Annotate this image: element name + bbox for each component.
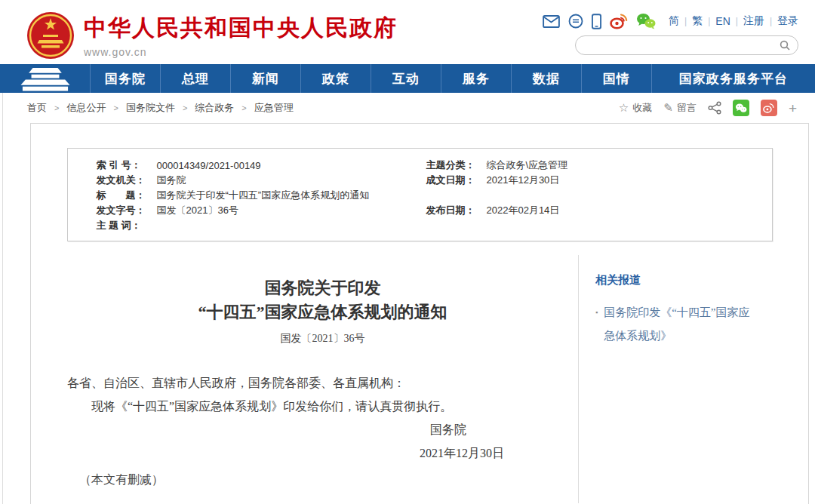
lang-link-english[interactable]: EN [715,15,730,27]
meta-label: 主 题 词： [97,219,151,232]
login-link[interactable]: 登录 [777,14,798,28]
lang-link-simplified[interactable]: 简 [669,14,679,28]
nav-item-premier[interactable]: 总理 [161,64,231,93]
nav-item-news[interactable]: 新闻 [231,64,301,93]
message-label: 留言 [677,101,697,115]
weibo-icon[interactable] [610,13,628,29]
signature-date: 2021年12月30日 [67,441,578,465]
nav-item-services[interactable]: 服务 [441,64,512,93]
meta-label: 成文日期： [426,174,481,187]
meta-label: 发布日期： [426,204,481,217]
lang-link-traditional[interactable]: 繁 [692,14,703,28]
meta-value: 000014349/2021-00149 [157,160,261,171]
breadcrumb-separator: > [113,103,118,112]
breadcrumb: 首页 > 信息公开 > 国务院文件 > 综合政务 > 应急管理 [27,101,294,115]
document-body: 各省、自治区、直辖市人民政府，国务院各部委、各直属机构： 现将《“十四五”国家应… [67,371,578,491]
salutation-paragraph: 各省、自治区、直辖市人民政府，国务院各部委、各直属机构： [67,371,578,395]
site-brand: 中华人民共和国中央人民政府 www.gov.cn [26,0,398,64]
separator: | [770,16,772,26]
separator: | [684,16,687,26]
document-title: 国务院关于印发 “十四五”国家应急体系规划的通知 [67,276,578,324]
message-bubble-icon[interactable] [568,14,583,29]
meta-value: 国务院 [157,174,186,187]
main-nav: 国务院 总理 新闻 政策 互动 服务 数据 国情 国家政务服务平台 [0,64,815,93]
site-header: 中华人民共和国中央人民政府 www.gov.cn [0,0,815,64]
document-note: （本文有删减） [67,468,578,491]
share-weibo-button[interactable] [761,100,777,116]
related-reports-sidebar: 相关报道 ▪ 国务院印发《“十四五”国家应急体系规划》 [578,255,808,503]
header-icon-row: 简 | 繁 | EN | 注册 | 登录 [543,12,798,30]
mobile-icon[interactable] [592,14,601,29]
document-number: 国发〔2021〕36号 [67,332,578,346]
meta-label: 索 引 号： [97,158,151,172]
more-actions-button[interactable]: + [789,101,797,115]
meta-row-index-number: 索 引 号： 000014349/2021-00149 [97,158,426,173]
signature-name: 国务院 [67,418,578,441]
site-url: www.gov.cn [84,46,398,58]
meta-label: 发文字号： [97,204,151,217]
meta-value: 2022年02月14日 [487,204,560,217]
wechat-icon[interactable] [636,13,656,29]
page-actions: ☆ 收藏 ✎ 留言 [619,100,797,116]
site-title: 中华人民共和国中央人民政府 [84,13,398,44]
nav-item-interaction[interactable]: 互动 [371,64,441,93]
page-body: 首页 > 信息公开 > 国务院文件 > 综合政务 > 应急管理 ☆ 收藏 ✎ 留… [2,93,815,504]
header-right: 简 | 繁 | EN | 注册 | 登录 [543,0,798,64]
article-wrap: 国务院关于印发 “十四五”国家应急体系规划的通知 国发〔2021〕36号 各省、… [31,255,808,503]
meta-row-subject-category: 主题分类： 综合政务\应急管理 [426,158,772,173]
favorite-button[interactable]: ☆ 收藏 [619,101,652,115]
meta-row-written-date: 成文日期： 2021年12月30日 [426,173,772,188]
breadcrumb-home[interactable]: 首页 [27,101,47,115]
share-wechat-button[interactable] [733,100,749,116]
home-tiananmen-icon[interactable] [0,64,91,93]
breadcrumb-separator: > [241,103,246,112]
nav-item-national-conditions[interactable]: 国情 [582,64,652,93]
breadcrumb-separator: > [183,103,187,112]
sidebar-list: ▪ 国务院印发《“十四五”国家应急体系规划》 [595,301,793,348]
meta-column-right: 主题分类： 综合政务\应急管理 成文日期： 2021年12月30日 发布日期： … [426,158,772,233]
separator: | [736,16,738,26]
favorite-label: 收藏 [632,101,652,115]
search-input[interactable] [583,40,780,51]
meta-label: 发文机关： [97,174,151,187]
breadcrumb-bar: 首页 > 信息公开 > 国务院文件 > 综合政务 > 应急管理 ☆ 收藏 ✎ 留… [3,93,815,123]
related-report-link[interactable]: ▪ 国务院印发《“十四五”国家应急体系规划》 [595,301,793,348]
meta-row-publish-date: 发布日期： 2022年02月14日 [426,203,772,218]
sidebar-heading: 相关报道 [595,273,793,287]
leave-message-button[interactable]: ✎ 留言 [663,101,697,115]
breadcrumb-info-disclosure[interactable]: 信息公开 [66,101,106,115]
star-icon: ☆ [619,101,629,115]
bullet-icon: ▪ [595,301,598,348]
meta-row-spacer [426,188,772,203]
weibo-badge-icon [763,103,774,113]
meta-row-title: 标 题： 国务院关于印发“十四五”国家应急体系规划的通知 [97,188,426,203]
meta-label: 主题分类： [426,158,481,172]
register-link[interactable]: 注册 [743,14,764,28]
search-icon[interactable] [780,40,790,51]
nav-item-policies[interactable]: 政策 [301,64,371,93]
brand-text: 中华人民共和国中央人民政府 www.gov.cn [84,13,398,58]
breadcrumb-state-council-documents[interactable]: 国务院文件 [126,101,175,115]
breadcrumb-emergency-management[interactable]: 应急管理 [254,101,294,115]
email-icon[interactable] [543,15,560,28]
separator: | [708,16,710,26]
breadcrumb-general-affairs[interactable]: 综合政务 [195,101,234,115]
meta-value: 国发〔2021〕36号 [157,204,238,217]
meta-label: 标 题： [97,189,151,202]
document-article: 国务院关于印发 “十四五”国家应急体系规划的通知 国发〔2021〕36号 各省、… [31,255,578,503]
share-icon [708,101,721,115]
meta-column-left: 索 引 号： 000014349/2021-00149 发文机关： 国务院 标 … [97,158,426,233]
nav-item-state-council[interactable]: 国务院 [91,64,161,93]
nav-item-gov-service-platform[interactable]: 国家政务服务平台 [652,64,815,93]
related-report-text[interactable]: 国务院印发《“十四五”国家应急体系规划》 [604,301,755,348]
document-title-line1: 国务院关于印发 [67,276,578,300]
document-title-line2: “十四五”国家应急体系规划的通知 [67,300,578,324]
pencil-icon: ✎ [663,101,673,115]
share-button[interactable] [708,101,721,115]
meta-row-document-number: 发文字号： 国发〔2021〕36号 [97,203,426,218]
nav-item-data[interactable]: 数据 [512,64,582,93]
breadcrumb-separator: > [54,103,59,112]
document-meta-box: 索 引 号： 000014349/2021-00149 发文机关： 国务院 标 … [67,148,773,241]
wechat-badge-icon [735,103,747,113]
language-links: 简 | 繁 | EN | 注册 | 登录 [669,14,798,28]
